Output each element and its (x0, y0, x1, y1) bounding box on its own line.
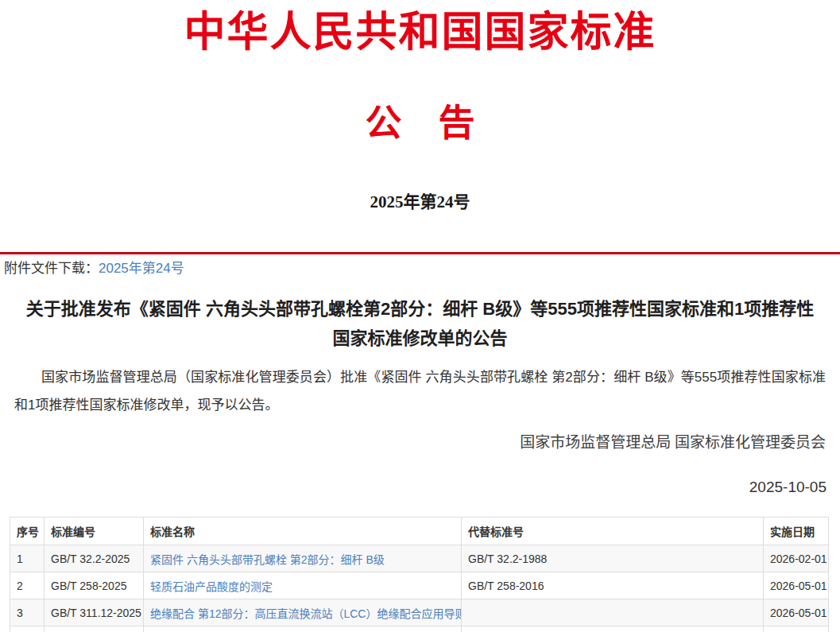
cell-date: 2026-05-01 (764, 599, 829, 626)
standards-table: 序号 标准编号 标准名称 代替标准号 实施日期 1 GB/T 32.2-2025… (10, 517, 829, 632)
announcement-title: 关于批准发布《紧固件 六角头头部带孔螺栓第2部分：细杆 B级》等555项推荐性国… (17, 294, 823, 353)
column-header-replaces: 代替标准号 (462, 518, 764, 545)
cell-replaces: GB/T 32.2-1988 (462, 545, 764, 572)
cell-replaces: GB/T 258-2016 (462, 572, 764, 599)
cell-date: 2026-05-01 (764, 626, 829, 632)
cell-code: GB/T 32.2-2025 (45, 545, 144, 572)
column-header-seq: 序号 (10, 518, 45, 545)
attachment-label: 附件文件下载： (4, 261, 99, 276)
cell-name: 轻质石油产品酸度的测定 (144, 572, 462, 599)
table-header-row: 序号 标准编号 标准名称 代替标准号 实施日期 (10, 518, 829, 545)
masthead-subtitle: 公 告 (0, 100, 840, 146)
table-row: 3 GB/T 311.12-2025 绝缘配合 第12部分：高压直流换流站（LC… (10, 599, 829, 626)
table-row: 1 GB/T 32.2-2025 紧固件 六角头头部带孔螺栓 第2部分：细杆 B… (10, 545, 829, 572)
cell-replaces: GB/T 382-2017 (462, 626, 764, 632)
table-row: 2 GB/T 258-2025 轻质石油产品酸度的测定 GB/T 258-201… (10, 572, 829, 599)
attachment-download-link[interactable]: 2025年第24号 (99, 261, 184, 276)
cell-code: GB/T 311.12-2025 (45, 599, 144, 626)
issue-number: 2025年第24号 (0, 191, 840, 213)
column-header-code: 标准编号 (45, 518, 144, 545)
document-page: 中华人民共和国国家标准 公 告 2025年第24号 附件文件下载：2025年第2… (0, 6, 840, 632)
cell-name: 煤油和喷气燃料烟点测定法 (144, 626, 462, 632)
table-header: 序号 标准编号 标准名称 代替标准号 实施日期 (10, 518, 829, 545)
attachment-bar: 附件文件下载：2025年第24号 (0, 252, 840, 285)
cell-seq: 1 (10, 545, 45, 572)
masthead-title: 中华人民共和国国家标准 (0, 6, 840, 59)
cell-seq: 3 (10, 599, 45, 626)
column-header-name: 标准名称 (144, 518, 462, 545)
standard-name-link[interactable]: 紧固件 六角头头部带孔螺栓 第2部分：细杆 B级 (150, 553, 385, 566)
standard-name-link[interactable]: 绝缘配合 第12部分：高压直流换流站（LCC）绝缘配合应用导则 (150, 607, 462, 620)
cell-seq: 4 (10, 626, 45, 632)
column-header-date: 实施日期 (764, 518, 829, 545)
standard-name-link[interactable]: 轻质石油产品酸度的测定 (150, 580, 273, 593)
table-row: 4 GB/T 382-2025 煤油和喷气燃料烟点测定法 GB/T 382-20… (10, 626, 829, 632)
cell-date: 2026-02-01 (764, 545, 829, 572)
announcement-date: 2025-10-05 (0, 477, 826, 498)
cell-date: 2026-05-01 (764, 572, 829, 599)
cell-code: GB/T 382-2025 (45, 626, 144, 632)
announcement-body: 国家市场监督管理总局（国家标准化管理委员会）批准《紧固件 六角头头部带孔螺栓 第… (14, 363, 826, 419)
signature-line: 国家市场监督管理总局 国家标准化管理委员会 (0, 432, 826, 453)
cell-code: GB/T 258-2025 (45, 572, 144, 599)
cell-seq: 2 (10, 572, 45, 599)
cell-name: 紧固件 六角头头部带孔螺栓 第2部分：细杆 B级 (144, 545, 462, 572)
cell-name: 绝缘配合 第12部分：高压直流换流站（LCC）绝缘配合应用导则 (144, 599, 462, 626)
cell-replaces (462, 599, 764, 626)
